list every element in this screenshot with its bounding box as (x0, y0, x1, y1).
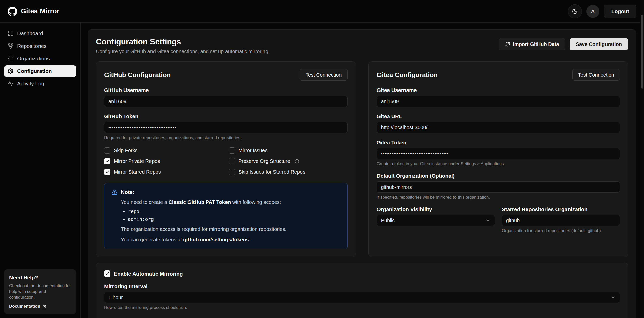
gitea-token-input[interactable] (377, 148, 620, 159)
config-cards-grid: GitHub Configuration Test Connection Git… (96, 61, 628, 257)
theme-toggle-button[interactable] (568, 4, 582, 18)
gear-icon (8, 68, 14, 74)
scope-item: repo (128, 209, 340, 214)
preserve-org-structure-option[interactable]: Preserve Org Structure (229, 158, 347, 164)
skip-issues-starred-checkbox[interactable] (229, 169, 235, 175)
automatic-mirroring-card: Enable Automatic Mirroring Mirroring Int… (96, 263, 628, 318)
enable-automatic-mirroring-checkbox[interactable] (104, 270, 110, 277)
default-organization-helper: If specified, repositories will be mirro… (377, 195, 620, 200)
octocat-logo-icon (8, 7, 17, 16)
sidebar-item-repositories[interactable]: Repositories (4, 40, 76, 52)
mirroring-interval-select[interactable]: 1 hour (104, 292, 620, 303)
sidebar-item-dashboard[interactable]: Dashboard (4, 28, 76, 39)
app-header: Gitea Mirror A Logout (0, 0, 644, 23)
scrollbar-track[interactable] (640, 0, 644, 318)
starred-repositories-organization-label: Starred Repositories Organization (502, 206, 620, 212)
mirroring-interval-helper: How often the mirroring process should r… (104, 305, 620, 310)
mirror-starred-repos-option[interactable]: Mirror Starred Repos (104, 169, 223, 175)
note-title: Note: (121, 189, 134, 195)
skip-forks-option[interactable]: Skip Forks (104, 147, 223, 154)
scope-item: admin:org (128, 216, 340, 222)
gitea-username-label: Gitea Username (377, 87, 620, 93)
gitea-token-helper: Create a token in your Gitea instance un… (377, 161, 620, 166)
alert-triangle-icon (111, 189, 118, 195)
logout-button[interactable]: Logout (604, 5, 636, 18)
scrollbar-thumb[interactable] (641, 15, 643, 89)
skip-forks-checkbox[interactable] (104, 147, 110, 154)
moon-icon (572, 8, 578, 14)
default-organization-group: Default Organization (Optional) If speci… (377, 173, 620, 200)
gitea-username-group: Gitea Username (377, 87, 620, 107)
mirroring-interval-group: Mirroring Interval 1 hour How often the … (104, 283, 620, 310)
mirror-private-repos-checkbox[interactable] (104, 158, 110, 164)
github-token-helper: Required for private repositories, organ… (104, 135, 348, 140)
starred-repositories-organization-input[interactable] (502, 215, 620, 226)
import-github-data-button[interactable]: Import GitHub Data (499, 38, 565, 50)
mirroring-interval-label: Mirroring Interval (104, 283, 620, 289)
gitea-username-input[interactable] (377, 96, 620, 107)
github-test-connection-button[interactable]: Test Connection (300, 69, 347, 81)
note-org-access-text: The organization access is required for … (121, 225, 340, 233)
chevron-down-icon (611, 295, 616, 300)
github-token-group: GitHub Token Required for private reposi… (104, 113, 348, 140)
save-configuration-button[interactable]: Save Configuration (570, 38, 628, 50)
user-avatar[interactable]: A (586, 5, 599, 18)
organization-visibility-select[interactable]: Public (377, 215, 495, 226)
sidebar-item-label: Repositories (17, 43, 47, 49)
layout-row: Dashboard Repositories Organizations Con… (0, 23, 644, 318)
github-token-label: GitHub Token (104, 113, 348, 119)
sidebar-item-label: Dashboard (17, 30, 43, 36)
header-actions: A Logout (568, 4, 636, 18)
pat-token-note: Note: You need to create a Classic GitHu… (104, 183, 348, 249)
mirror-issues-checkbox[interactable] (229, 147, 235, 154)
enable-automatic-mirroring-option[interactable]: Enable Automatic Mirroring (104, 270, 620, 277)
page-title: Configuration Settings (96, 37, 270, 47)
documentation-link[interactable]: Documentation (9, 304, 47, 309)
github-username-input[interactable] (104, 96, 348, 107)
starred-repositories-organization-helper: Organization for starred repositories (d… (502, 228, 620, 233)
note-header: Note: (111, 189, 340, 195)
external-link-icon (43, 304, 47, 308)
sidebar-item-activity-log[interactable]: Activity Log (4, 78, 76, 89)
note-generate-text: You can generate tokens at github.com/se… (121, 236, 340, 243)
gitea-url-label: Gitea URL (377, 113, 620, 119)
sidebar-item-label: Organizations (17, 56, 50, 62)
mirror-starred-repos-checkbox[interactable] (104, 169, 110, 175)
gitea-test-connection-button[interactable]: Test Connection (572, 69, 620, 81)
main-content: Configuration Settings Configure your Gi… (81, 23, 644, 318)
last-run-group: Last Run May 17, 2025 at 12:24 AM (104, 317, 620, 318)
last-run-label: Last Run (104, 317, 620, 318)
github-card-header: GitHub Configuration Test Connection (104, 69, 348, 81)
configuration-panel: Configuration Settings Configure your Gi… (88, 29, 636, 318)
help-title: Need Help? (9, 275, 71, 281)
gitea-token-label: Gitea Token (377, 140, 620, 146)
skip-issues-starred-option[interactable]: Skip Issues for Starred Repos (229, 169, 347, 175)
github-settings-tokens-link[interactable]: github.com/settings/tokens (183, 237, 249, 242)
sidebar-item-label: Configuration (17, 68, 52, 74)
info-icon[interactable] (295, 159, 299, 164)
page-subtitle: Configure your GitHub and Gitea connecti… (96, 49, 270, 54)
github-username-group: GitHub Username (104, 87, 348, 107)
sidebar-item-organizations[interactable]: Organizations (4, 53, 76, 64)
mirror-private-repos-option[interactable]: Mirror Private Repos (104, 158, 223, 164)
panel-header-text: Configuration Settings Configure your Gi… (96, 37, 270, 54)
gitea-token-group: Gitea Token Create a token in your Gitea… (377, 140, 620, 166)
gitea-card-title: Gitea Configuration (377, 71, 438, 79)
preserve-org-structure-checkbox[interactable] (229, 158, 235, 164)
github-token-input[interactable] (104, 122, 348, 133)
activity-icon (8, 81, 14, 87)
refresh-icon (505, 42, 510, 47)
sidebar-item-label: Activity Log (17, 81, 44, 87)
note-intro: You need to create a Classic GitHub PAT … (121, 199, 340, 206)
gitea-url-input[interactable] (377, 122, 620, 133)
help-body: Check out the documentation for help wit… (9, 283, 71, 300)
note-scopes-list: repo admin:org (128, 209, 340, 222)
mirror-issues-option[interactable]: Mirror Issues (229, 147, 347, 154)
gitea-configuration-card: Gitea Configuration Test Connection Gite… (368, 61, 628, 257)
github-card-title: GitHub Configuration (104, 71, 171, 79)
sidebar-item-configuration[interactable]: Configuration (4, 65, 76, 77)
github-configuration-card: GitHub Configuration Test Connection Git… (96, 61, 356, 257)
gitea-card-header: Gitea Configuration Test Connection (377, 69, 620, 81)
app-brand: Gitea Mirror (8, 7, 59, 16)
default-organization-input[interactable] (377, 181, 620, 193)
